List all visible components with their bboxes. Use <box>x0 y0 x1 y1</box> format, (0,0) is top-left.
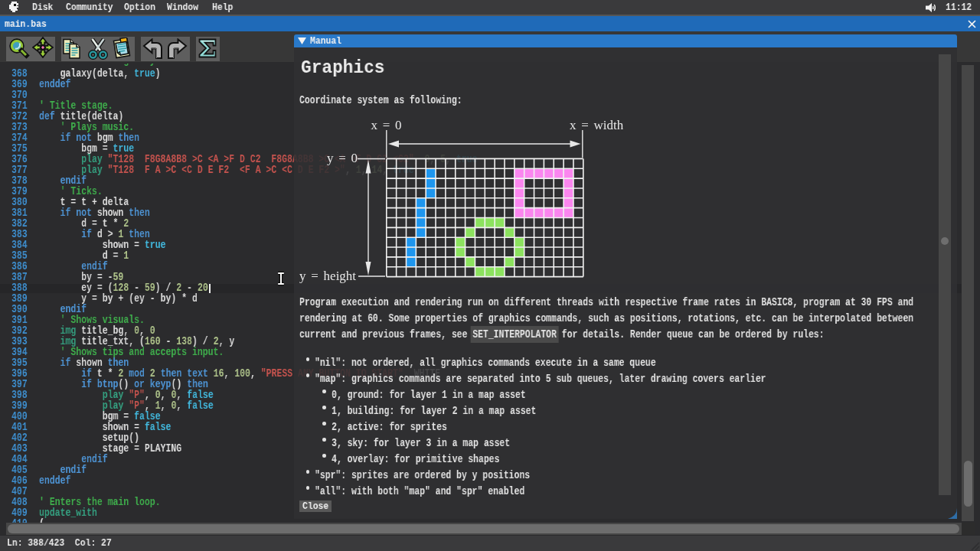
svg-text:x = 0: x = 0 <box>371 118 402 132</box>
svg-text:y = 0: y = 0 <box>327 151 358 165</box>
svg-text:x = width: x = width <box>570 118 624 132</box>
svg-text:y = height: y = height <box>299 269 356 283</box>
